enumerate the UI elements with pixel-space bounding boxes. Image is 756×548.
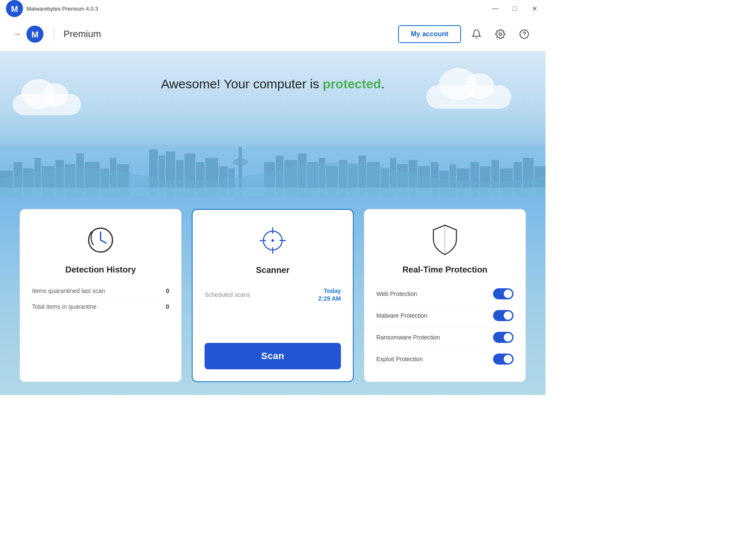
help-icon <box>519 29 529 39</box>
real-time-protection-card[interactable]: Real-Time Protection Web Protection Malw… <box>364 209 526 382</box>
arrow-icon: → <box>13 29 21 39</box>
bell-icon <box>471 29 482 39</box>
malware-protection-label: Malware Protection <box>376 312 427 319</box>
scanner-title: Scanner <box>256 265 290 275</box>
malwarebytes-logo: M <box>26 25 44 43</box>
header-brand: → M Premium <box>13 25 101 43</box>
detection-history-card[interactable]: Detection History Items quarantined last… <box>20 209 182 382</box>
protection-row-web: Web Protection <box>376 283 514 305</box>
title-bar: M Malwarebytes Premium 4.0.3 — □ ✕ <box>0 0 545 17</box>
shield-icon <box>430 223 460 257</box>
svg-line-61 <box>101 240 106 243</box>
title-bar-logo: M Malwarebytes Premium 4.0.3 <box>5 0 489 18</box>
cards-section: Detection History Items quarantined last… <box>0 196 545 395</box>
title-bar-app-name: Malwarebytes Premium 4.0.3 <box>26 6 98 12</box>
hero-section: Awesome! Your computer is protected. <box>0 51 545 196</box>
exploit-protection-toggle[interactable] <box>493 354 514 365</box>
hero-protected-word: protected <box>323 77 381 91</box>
stat-label-quarantined: Items quarantined last scan <box>32 287 105 294</box>
protection-row-ransomware: Ransomware Protection <box>376 327 514 348</box>
protection-row-malware: Malware Protection <box>376 305 514 327</box>
clock-icon-container <box>84 223 118 257</box>
ransomware-protection-toggle[interactable] <box>493 332 514 343</box>
svg-text:M: M <box>32 30 39 39</box>
detection-history-stats: Items quarantined last scan 0 Total item… <box>32 283 169 370</box>
header-brand-label: Premium <box>63 29 101 40</box>
crosshair-icon-container <box>256 223 290 258</box>
web-protection-toggle[interactable] <box>493 288 514 299</box>
cloud-left <box>13 94 81 115</box>
stat-row-quarantined: Items quarantined last scan 0 <box>32 283 169 299</box>
header-divider <box>54 26 54 42</box>
malware-protection-toggle[interactable] <box>493 310 514 321</box>
protection-list: Web Protection Malware Protection Ransom… <box>376 283 514 370</box>
protection-row-exploit: Exploit Protection <box>376 348 514 370</box>
skyline-svg <box>0 145 545 196</box>
help-button[interactable] <box>516 26 533 43</box>
svg-point-30 <box>233 159 248 165</box>
scheduled-scans-row: Scheduled scans Today2:29 AM <box>205 284 341 306</box>
stat-label-total: Total items in quarantine <box>32 303 97 310</box>
hero-text: Awesome! Your computer is protected. <box>0 77 545 91</box>
settings-button[interactable] <box>492 26 509 43</box>
web-protection-label: Web Protection <box>376 290 417 297</box>
stat-value-total: 0 <box>166 303 169 310</box>
hero-text-prefix: Awesome! Your computer is <box>161 77 323 91</box>
real-time-protection-title: Real-Time Protection <box>402 265 488 275</box>
header-bar: → M Premium My account <box>0 17 545 51</box>
minimize-button[interactable]: — <box>489 3 501 14</box>
scan-button[interactable]: Scan <box>205 343 341 369</box>
my-account-button[interactable]: My account <box>398 25 461 43</box>
svg-text:M: M <box>11 4 18 14</box>
notifications-button[interactable] <box>468 26 485 43</box>
malwarebytes-logo-small: M <box>5 0 24 18</box>
detection-history-title: Detection History <box>65 265 136 275</box>
ransomware-protection-label: Ransomware Protection <box>376 334 440 341</box>
close-button[interactable]: ✕ <box>528 3 540 14</box>
svg-point-67 <box>271 239 274 242</box>
header-actions: My account <box>398 25 533 43</box>
stat-value-quarantined: 0 <box>166 287 169 294</box>
scanner-card[interactable]: Scanner Scheduled scans Today2:29 AM Sca… <box>192 209 354 382</box>
stat-row-total: Total items in quarantine 0 <box>32 299 169 314</box>
crosshair-icon <box>258 226 288 255</box>
gear-icon <box>495 29 505 39</box>
exploit-protection-label: Exploit Protection <box>376 356 423 362</box>
city-skyline <box>0 145 545 196</box>
shield-icon-container <box>428 223 462 257</box>
maximize-button[interactable]: □ <box>509 3 521 14</box>
scheduled-scans-label: Scheduled scans <box>205 291 250 298</box>
svg-point-4 <box>499 33 502 35</box>
svg-rect-58 <box>0 188 545 196</box>
scanner-card-body: Scheduled scans Today2:29 AM Scan <box>205 284 341 369</box>
title-bar-controls: — □ ✕ <box>489 3 540 14</box>
hero-text-suffix: . <box>381 77 384 91</box>
scheduled-scans-time: Today2:29 AM <box>318 287 341 302</box>
clock-icon <box>86 225 115 255</box>
